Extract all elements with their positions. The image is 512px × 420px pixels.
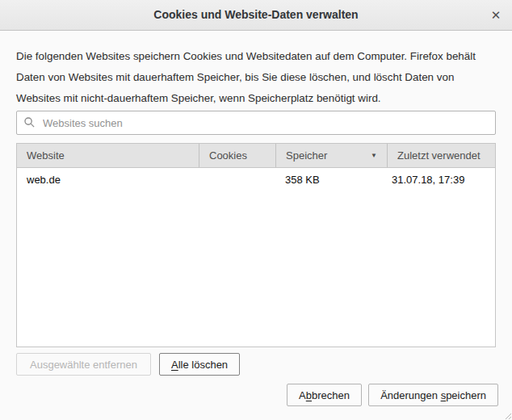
cancel-button[interactable]: Abbrechen xyxy=(287,384,362,406)
sort-descending-icon: ▼ xyxy=(371,152,377,159)
remove-all-button[interactable]: Alle löschen xyxy=(159,353,240,376)
titlebar: Cookies und Website-Daten verwalten ✕ xyxy=(0,0,512,31)
cell-speicher: 358 KB xyxy=(275,174,387,186)
column-header-speicher[interactable]: Speicher ▼ xyxy=(275,144,387,167)
search-field-container xyxy=(16,111,496,135)
search-input[interactable] xyxy=(16,111,496,135)
close-button[interactable]: ✕ xyxy=(486,0,506,31)
column-header-website[interactable]: Website xyxy=(17,144,199,167)
table-header-row: Website Cookies Speicher ▼ Zuletzt verwe… xyxy=(17,144,495,168)
manage-cookies-dialog: Cookies und Website-Daten verwalten ✕ Di… xyxy=(0,0,512,420)
close-icon: ✕ xyxy=(491,8,502,22)
cell-zuletzt-verwendet: 31.07.18, 17:39 xyxy=(387,174,495,186)
table-row[interactable]: web.de 358 KB 31.07.18, 17:39 xyxy=(17,168,495,191)
save-changes-button[interactable]: Änderungen speichern xyxy=(368,384,498,406)
dialog-description: Die folgenden Websites speichern Cookies… xyxy=(16,46,497,109)
accesskey: b xyxy=(306,389,312,401)
column-header-cookies[interactable]: Cookies xyxy=(199,144,275,167)
accesskey: A xyxy=(171,359,178,371)
remove-selected-button[interactable]: Ausgewählte entfernen xyxy=(16,353,151,376)
dialog-title: Cookies und Website-Daten verwalten xyxy=(0,0,512,30)
resize-grip[interactable] xyxy=(503,411,511,419)
column-header-zuletzt-verwendet[interactable]: Zuletzt verwendet xyxy=(387,144,495,167)
site-data-table: Website Cookies Speicher ▼ Zuletzt verwe… xyxy=(16,143,496,347)
cell-website: web.de xyxy=(17,174,199,186)
